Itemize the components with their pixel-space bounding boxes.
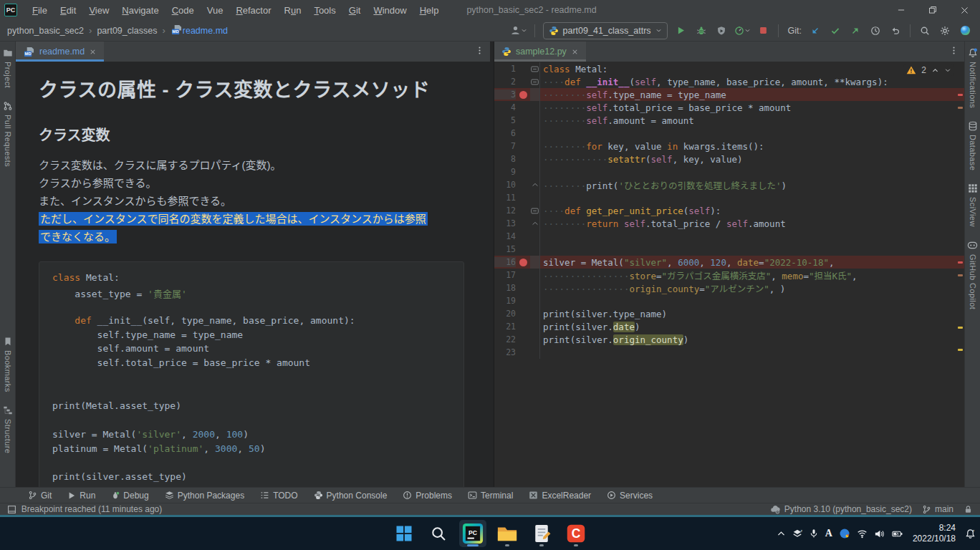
more-options-icon[interactable] — [943, 45, 964, 58]
error-stripe-mark[interactable] — [958, 274, 963, 276]
breakpoint-icon[interactable] — [516, 259, 530, 266]
tab-readme-md[interactable]: MD readme.md — [16, 42, 104, 62]
menu-item-file[interactable]: File — [26, 2, 54, 19]
tool-window-button-github-copilot[interactable]: GitHub Copilot — [967, 233, 978, 316]
tool-window-button-bookmarks[interactable]: Bookmarks — [3, 330, 13, 399]
menu-item-refactor[interactable]: Refactor — [229, 2, 277, 19]
tray-battery-icon[interactable] — [891, 529, 903, 539]
tray-mic-icon[interactable] — [809, 529, 819, 539]
git-commit-button[interactable] — [826, 22, 845, 39]
menu-item-view[interactable]: View — [82, 2, 115, 19]
tool-window-python-packages[interactable]: Python Packages — [158, 488, 251, 503]
error-stripe-mark[interactable] — [958, 261, 963, 264]
history-button[interactable] — [866, 22, 885, 39]
tool-window-git[interactable]: Git — [21, 488, 58, 503]
tool-window-debug[interactable]: Debug — [105, 488, 155, 503]
tray-app-icon[interactable] — [839, 528, 850, 539]
debug-button[interactable] — [692, 22, 711, 39]
breakpoint-icon[interactable] — [516, 91, 530, 99]
tool-window-services[interactable]: Services — [600, 488, 659, 503]
next-warning-icon[interactable] — [944, 67, 951, 74]
error-stripe-mark[interactable] — [958, 107, 963, 109]
tool-window-button-project[interactable]: Project — [3, 42, 13, 95]
tray-expand-button[interactable] — [777, 529, 786, 539]
menu-item-window[interactable]: Window — [367, 2, 413, 19]
notification-center-button[interactable]: z — [965, 529, 976, 539]
breadcrumb-item[interactable]: part09_classes — [97, 26, 157, 36]
tool-window-python-console[interactable]: Python Console — [307, 488, 394, 503]
readonly-lock-icon[interactable] — [964, 505, 973, 514]
fold-down-icon[interactable] — [530, 62, 540, 75]
close-tab-icon[interactable] — [571, 48, 579, 56]
fold-down-icon[interactable] — [530, 204, 540, 217]
menu-item-navigate[interactable]: Navigate — [115, 2, 165, 19]
menu-bar: PC FileEditViewNavigateCodeVueRefactorRu… — [0, 0, 980, 20]
error-stripe-mark[interactable] — [958, 94, 963, 96]
menu-item-code[interactable]: Code — [165, 2, 201, 19]
git-branch-widget[interactable]: main — [922, 504, 953, 514]
restore-button[interactable] — [917, 0, 948, 20]
fold-up-icon[interactable] — [530, 217, 540, 230]
error-stripe-mark[interactable] — [958, 327, 963, 329]
start-button[interactable] — [390, 520, 418, 547]
user-menu-button[interactable] — [508, 22, 529, 39]
coverage-button[interactable] — [712, 22, 731, 39]
tool-window-button-sciview[interactable]: SciView — [968, 177, 978, 233]
error-stripe-mark[interactable] — [958, 349, 963, 351]
tab-sample12-py[interactable]: sample12.py — [494, 42, 586, 62]
run-configuration-select[interactable]: part09_41_class_attrs — [543, 22, 668, 39]
git-update-button[interactable] — [806, 22, 825, 39]
tool-window-button-notifications[interactable]: Notifications — [968, 42, 978, 115]
tool-window-run[interactable]: Run — [61, 488, 102, 503]
close-tab-icon[interactable] — [89, 48, 97, 56]
interpreter-widget[interactable]: Python 3.10 (python_basic_sec2) — [770, 504, 912, 515]
taskbar-clock[interactable]: 8:242022/10/18 — [910, 523, 959, 544]
menu-item-git[interactable]: Git — [342, 2, 368, 19]
running-indicator — [505, 544, 509, 546]
tray-dropbox-icon[interactable]: z — [792, 529, 802, 539]
prev-warning-icon[interactable] — [931, 67, 939, 74]
tool-window-button-database[interactable]: Database — [968, 115, 978, 177]
breadcrumb-item[interactable]: python_basic_sec2 — [7, 26, 84, 36]
inspections-widget[interactable]: 2 — [903, 64, 954, 76]
run-button[interactable] — [672, 22, 691, 39]
rollback-button[interactable] — [886, 22, 905, 39]
taskbar-pycharm-button[interactable]: PC — [459, 520, 486, 547]
menu-item-run[interactable]: Run — [278, 2, 308, 19]
ime-mode-indicator[interactable]: A — [825, 528, 832, 539]
taskbar-camtasia-button[interactable]: C — [562, 520, 590, 547]
menu-item-tools[interactable]: Tools — [307, 2, 342, 19]
git-push-button[interactable] — [846, 22, 865, 39]
taskbar-explorer-button[interactable] — [494, 520, 521, 547]
tool-window-problems[interactable]: Problems — [396, 488, 458, 503]
more-options-icon[interactable] — [469, 45, 490, 58]
tool-window-todo[interactable]: TODO — [254, 488, 304, 503]
profiler-button[interactable] — [732, 22, 753, 39]
tool-window-button-pull-requests[interactable]: Pull Requests — [3, 95, 13, 173]
code-editor[interactable]: 1class Metal:2····def __init__(self, typ… — [494, 62, 964, 487]
menu-item-help[interactable]: Help — [413, 2, 446, 19]
tool-window-terminal[interactable]: Terminal — [461, 488, 519, 503]
tool-window-label: TODO — [273, 491, 297, 501]
close-button[interactable] — [948, 0, 980, 20]
fold-up-icon[interactable] — [530, 178, 540, 191]
code-with-me-button[interactable] — [956, 22, 974, 39]
code-text: silver = Metal("silver", 6000, 120, date… — [540, 257, 834, 268]
line-number: 13 — [494, 218, 516, 228]
tool-window-switcher-icon[interactable] — [7, 505, 16, 514]
tool-window-button-structure[interactable]: Structure — [3, 399, 13, 460]
menu-item-edit[interactable]: Edit — [54, 2, 82, 19]
minimize-button[interactable] — [885, 0, 917, 20]
editor-line: 15 — [494, 243, 964, 256]
search-everywhere-button[interactable] — [916, 22, 934, 39]
tray-volume-icon[interactable] — [874, 529, 885, 539]
fold-down-icon[interactable] — [530, 75, 540, 88]
menu-item-vue[interactable]: Vue — [201, 2, 230, 19]
tray-wifi-icon[interactable] — [857, 529, 868, 539]
settings-button[interactable] — [936, 22, 954, 39]
breadcrumb-item[interactable]: readme.md — [183, 26, 228, 36]
taskbar-notepad-button[interactable] — [528, 520, 555, 547]
taskbar-search-button[interactable] — [425, 520, 452, 547]
stop-button[interactable] — [754, 22, 773, 39]
tool-window-excelreader[interactable]: ExcelReader — [522, 488, 597, 503]
